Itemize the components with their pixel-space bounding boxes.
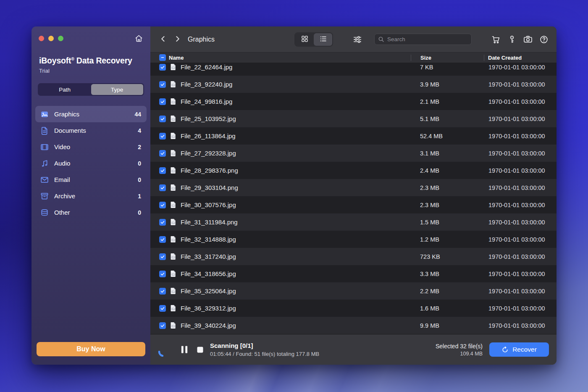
file-size: 1.6 MB [411, 305, 484, 312]
file-icon [170, 63, 177, 71]
table-row[interactable]: File_35_325064.jpg 2.2 MB 1970-01-01 03:… [150, 282, 556, 300]
key-icon[interactable] [507, 34, 517, 45]
table-row[interactable]: File_39_340224.jpg 9.9 MB 1970-01-01 03:… [150, 317, 556, 334]
stop-icon[interactable] [195, 345, 205, 354]
sidebar-item-count: 1 [138, 193, 141, 200]
minimize-window-button[interactable] [48, 36, 54, 41]
table-row[interactable]: File_31_311984.png 1.5 MB 1970-01-01 03:… [150, 213, 556, 231]
search-icon [378, 36, 384, 42]
row-checkbox[interactable] [159, 116, 166, 122]
cart-icon[interactable] [491, 34, 501, 45]
table-row[interactable]: File_34_318656.jpg 3.3 MB 1970-01-01 03:… [150, 265, 556, 282]
row-checkbox[interactable] [159, 271, 166, 277]
file-date: 1970-01-01 03:00:00 [484, 288, 556, 295]
row-checkbox[interactable] [159, 167, 166, 174]
row-checkbox[interactable] [159, 219, 166, 226]
table-row[interactable]: File_25_103952.jpg 5.1 MB 1970-01-01 03:… [150, 110, 556, 127]
recover-button[interactable]: Recover [489, 342, 549, 357]
select-all-checkbox[interactable] [159, 54, 166, 61]
file-icon [170, 184, 177, 191]
table-row[interactable]: File_30_307576.jpg 2.3 MB 1970-01-01 03:… [150, 196, 556, 213]
file-name: File_25_103952.jpg [181, 115, 236, 122]
table-row[interactable]: File_24_99816.jpg 2.1 MB 1970-01-01 03:0… [150, 93, 556, 110]
row-checkbox[interactable] [159, 64, 166, 71]
sidebar-item-label: Documents [54, 127, 138, 134]
file-name: File_29_303104.png [181, 184, 238, 191]
table-row[interactable]: File_28_298376.png 2.4 MB 1970-01-01 03:… [150, 162, 556, 179]
forward-button[interactable] [172, 34, 182, 45]
list-view-button[interactable] [314, 33, 332, 46]
row-checkbox[interactable] [159, 253, 166, 260]
file-date: 1970-01-01 03:00:00 [484, 253, 556, 260]
file-date: 1970-01-01 03:00:00 [484, 81, 556, 88]
column-header-name[interactable]: Name [169, 55, 184, 61]
table-row[interactable]: File_29_303104.png 2.3 MB 1970-01-01 03:… [150, 179, 556, 196]
column-header-size[interactable]: Size [411, 55, 484, 61]
sidebar-item-count: 0 [138, 160, 141, 167]
file-size: 1.2 MB [411, 236, 484, 243]
documents-icon [40, 126, 49, 135]
current-folder-title: Graphics [188, 36, 215, 43]
grid-view-button[interactable] [295, 33, 314, 46]
back-button[interactable] [158, 34, 168, 45]
file-icon [170, 322, 177, 329]
row-checkbox[interactable] [159, 236, 166, 243]
list-view-icon [320, 35, 327, 44]
archive-icon [40, 192, 49, 200]
table-row[interactable]: File_33_317240.jpg 723 KB 1970-01-01 03:… [150, 248, 556, 265]
table-row[interactable]: File_27_292328.jpg 3.1 MB 1970-01-01 03:… [150, 145, 556, 162]
sidebar-item-email[interactable]: Email 0 [35, 171, 147, 188]
file-size: 5.1 MB [411, 116, 484, 122]
column-header-date[interactable]: Date Created [484, 55, 556, 61]
sidebar-item-video[interactable]: Video 2 [35, 139, 147, 155]
file-icon [170, 132, 177, 139]
camera-icon[interactable] [523, 34, 533, 45]
graphics-icon [40, 110, 49, 118]
close-window-button[interactable] [39, 36, 44, 41]
toggle-option[interactable]: Type [91, 84, 144, 95]
file-name: File_24_99816.jpg [181, 98, 232, 105]
zoom-window-button[interactable] [58, 36, 63, 41]
edition-label: Trial [39, 68, 143, 74]
file-size: 2.1 MB [411, 98, 484, 105]
row-checkbox[interactable] [159, 288, 166, 295]
table-row[interactable]: File_26_113864.jpg 52.4 MB 1970-01-01 03… [150, 127, 556, 145]
table-row[interactable]: File_36_329312.jpg 1.6 MB 1970-01-01 03:… [150, 300, 556, 317]
filter-icon[interactable] [352, 34, 362, 45]
file-date: 1970-01-01 03:00:00 [484, 150, 556, 157]
file-date: 1970-01-01 03:00:00 [484, 322, 556, 329]
row-checkbox[interactable] [159, 81, 166, 88]
buy-now-button[interactable]: Buy Now [37, 342, 145, 356]
row-checkbox[interactable] [159, 150, 166, 157]
file-size: 2.3 MB [411, 184, 484, 191]
sidebar-item-other[interactable]: Other 0 [35, 204, 147, 221]
pause-icon[interactable] [180, 345, 189, 354]
toggle-option[interactable]: Path [39, 84, 91, 95]
app-window: iBoysoft® Data Recovery Trial Path Type … [32, 26, 556, 365]
file-name: File_35_325064.jpg [181, 287, 236, 295]
home-icon[interactable] [134, 34, 143, 43]
selected-size: 109.4 MB [436, 351, 483, 357]
path-type-toggle: Path Type [38, 83, 144, 96]
table-row[interactable]: File_32_314888.jpg 1.2 MB 1970-01-01 03:… [150, 231, 556, 248]
category-list: Graphics 44 Documents 4 Video 2 Audio 0 … [35, 106, 147, 342]
file-icon [170, 81, 177, 88]
row-checkbox[interactable] [159, 184, 166, 191]
file-name: File_22_62464.jpg [181, 63, 232, 71]
help-icon[interactable] [539, 34, 549, 45]
file-date: 1970-01-01 03:00:00 [484, 202, 556, 208]
search-input[interactable] [387, 36, 468, 42]
sidebar-item-documents[interactable]: Documents 4 [35, 122, 147, 139]
file-size: 3.1 MB [411, 150, 484, 157]
row-checkbox[interactable] [159, 98, 166, 105]
sidebar-item-graphics[interactable]: Graphics 44 [35, 106, 147, 122]
sidebar-item-audio[interactable]: Audio 0 [35, 155, 147, 171]
row-checkbox[interactable] [159, 133, 166, 139]
status-bar: Scanning [0/1] 01:05:44 / Found: 51 file… [150, 334, 556, 365]
row-checkbox[interactable] [159, 322, 166, 329]
row-checkbox[interactable] [159, 305, 166, 312]
sidebar-item-archive[interactable]: Archive 1 [35, 188, 147, 204]
email-icon [40, 176, 49, 184]
table-row[interactable]: File_23_92240.jpg 3.9 MB 1970-01-01 03:0… [150, 76, 556, 93]
row-checkbox[interactable] [159, 202, 166, 208]
